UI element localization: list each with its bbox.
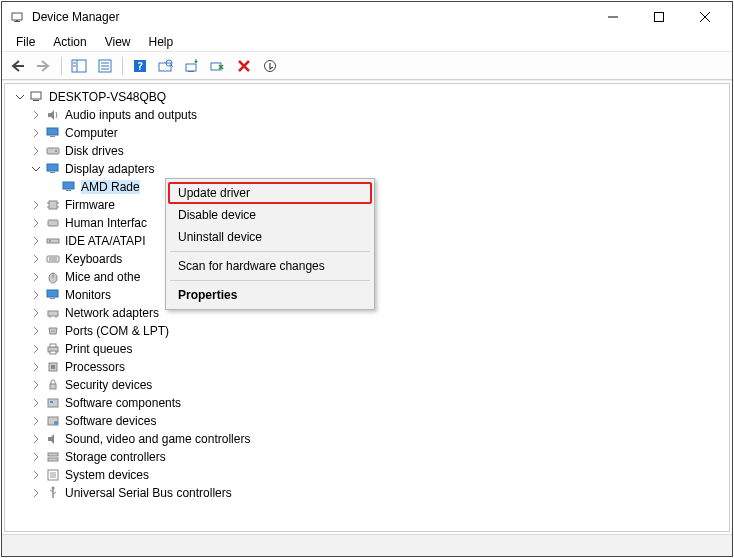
svg-rect-27 (31, 92, 41, 99)
chevron-right-icon[interactable] (29, 360, 43, 374)
context-properties[interactable]: Properties (168, 284, 372, 306)
chevron-right-icon[interactable] (29, 468, 43, 482)
tree-item-label: Universal Serial Bus controllers (65, 486, 232, 500)
tree-item-system-devices[interactable]: System devices (9, 466, 729, 484)
svg-point-55 (51, 330, 53, 332)
svg-rect-52 (48, 311, 58, 316)
disable-device-button[interactable] (206, 55, 230, 77)
svg-rect-43 (47, 239, 59, 243)
tree-item-ports[interactable]: Ports (COM & LPT) (9, 322, 729, 340)
tree-item-disk-drives[interactable]: Disk drives (9, 142, 729, 160)
chevron-right-icon[interactable] (29, 306, 43, 320)
component-icon (45, 395, 61, 411)
chevron-right-icon[interactable] (29, 270, 43, 284)
chevron-right-icon[interactable] (29, 450, 43, 464)
svg-rect-34 (50, 172, 55, 173)
software-device-icon (45, 413, 61, 429)
chevron-down-icon[interactable] (29, 162, 43, 176)
minimize-button[interactable] (590, 2, 636, 32)
context-menu: Update driver Disable device Uninstall d… (165, 178, 375, 310)
svg-rect-62 (50, 384, 56, 389)
maximize-button[interactable] (636, 2, 682, 32)
chevron-down-icon[interactable] (13, 90, 27, 104)
chevron-right-icon[interactable] (29, 234, 43, 248)
menu-action[interactable]: Action (45, 34, 94, 50)
context-disable-device[interactable]: Disable device (168, 204, 372, 226)
svg-rect-28 (33, 100, 39, 101)
tree-item-label: Software devices (65, 414, 156, 428)
context-update-driver[interactable]: Update driver (168, 182, 372, 204)
context-uninstall-device[interactable]: Uninstall device (168, 226, 372, 248)
tree-item-print-queues[interactable]: Print queues (9, 340, 729, 358)
show-hide-console-tree-button[interactable] (67, 55, 91, 77)
chevron-right-icon[interactable] (29, 252, 43, 266)
svg-point-56 (53, 330, 55, 332)
tree-item-sound[interactable]: Sound, video and game controllers (9, 430, 729, 448)
tree-item-label: Display adapters (65, 162, 154, 176)
chevron-right-icon[interactable] (29, 414, 43, 428)
svg-text:?: ? (137, 60, 144, 73)
tree-item-label: Processors (65, 360, 125, 374)
chevron-right-icon[interactable] (29, 396, 43, 410)
security-icon (45, 377, 61, 393)
tree-item-storage[interactable]: Storage controllers (9, 448, 729, 466)
menu-help[interactable]: Help (141, 34, 182, 50)
tree-item-security[interactable]: Security devices (9, 376, 729, 394)
svg-rect-1 (14, 21, 20, 22)
keyboard-icon (45, 251, 61, 267)
svg-rect-64 (50, 401, 53, 403)
chevron-right-icon[interactable] (29, 126, 43, 140)
help-button[interactable]: ? (128, 55, 152, 77)
menubar: File Action View Help (2, 32, 732, 52)
tree-item-computer[interactable]: Computer (9, 124, 729, 142)
tree-item-usb[interactable]: Universal Serial Bus controllers (9, 484, 729, 502)
spacer (45, 180, 59, 194)
chevron-right-icon[interactable] (29, 198, 43, 212)
scan-hardware-button[interactable] (154, 55, 178, 77)
svg-rect-30 (50, 136, 55, 137)
chevron-right-icon[interactable] (29, 486, 43, 500)
toolbar-separator (122, 57, 123, 75)
chevron-right-icon[interactable] (29, 432, 43, 446)
chevron-right-icon[interactable] (29, 108, 43, 122)
chevron-right-icon[interactable] (29, 378, 43, 392)
device-tree[interactable]: DESKTOP-VS48QBQ Audio inputs and outputs… (4, 83, 730, 532)
chevron-right-icon[interactable] (29, 324, 43, 338)
svg-rect-68 (48, 458, 58, 461)
toolbar: ? (2, 52, 732, 80)
svg-rect-31 (47, 148, 59, 154)
tree-item-processors[interactable]: Processors (9, 358, 729, 376)
tree-item-label: Security devices (65, 378, 152, 392)
properties-button[interactable] (93, 55, 117, 77)
svg-point-72 (52, 487, 55, 490)
uninstall-device-button[interactable] (232, 55, 256, 77)
chevron-right-icon[interactable] (29, 216, 43, 230)
menu-file[interactable]: File (8, 34, 43, 50)
svg-rect-67 (48, 453, 58, 456)
tree-item-label: Firmware (65, 198, 115, 212)
tree-item-software-components[interactable]: Software components (9, 394, 729, 412)
context-scan-hardware[interactable]: Scan for hardware changes (168, 255, 372, 277)
tree-item-display-adapters[interactable]: Display adapters (9, 160, 729, 178)
tree-item-label: Monitors (65, 288, 111, 302)
close-button[interactable] (682, 2, 728, 32)
chevron-right-icon[interactable] (29, 342, 43, 356)
back-button[interactable] (6, 55, 30, 77)
printer-icon (45, 341, 61, 357)
port-icon (45, 323, 61, 339)
tree-item-label: System devices (65, 468, 149, 482)
menu-view[interactable]: View (97, 34, 139, 50)
speaker-icon (45, 107, 61, 123)
display-adapter-icon (45, 161, 61, 177)
update-driver-button[interactable] (180, 55, 204, 77)
svg-point-32 (55, 150, 57, 152)
svg-rect-2 (16, 20, 18, 21)
chevron-right-icon[interactable] (29, 288, 43, 302)
context-separator (170, 251, 370, 252)
tree-item-software-devices[interactable]: Software devices (9, 412, 729, 430)
chevron-right-icon[interactable] (29, 144, 43, 158)
tree-item-audio[interactable]: Audio inputs and outputs (9, 106, 729, 124)
forward-button[interactable] (32, 55, 56, 77)
tree-root-row[interactable]: DESKTOP-VS48QBQ (9, 88, 729, 106)
add-legacy-hardware-button[interactable] (258, 55, 282, 77)
